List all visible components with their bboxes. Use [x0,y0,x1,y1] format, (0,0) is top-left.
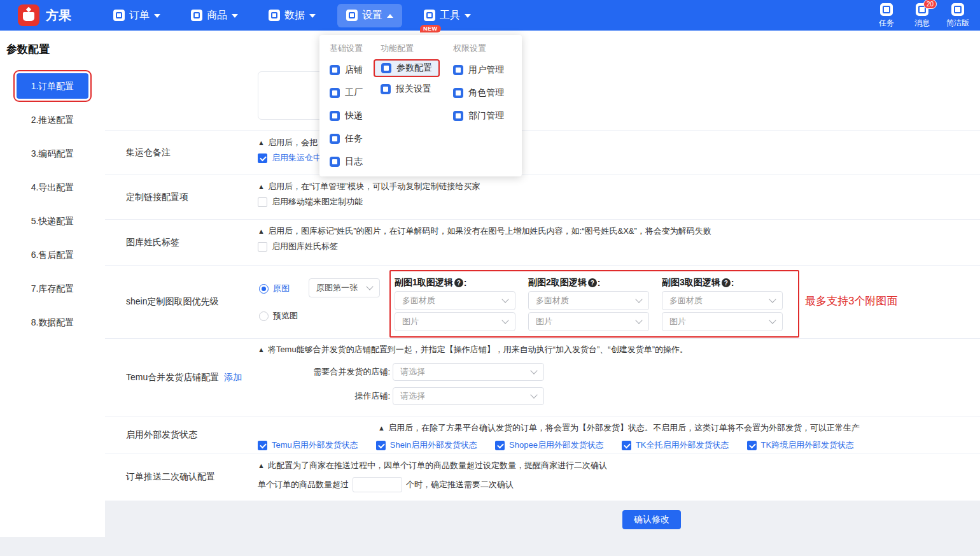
sub-image-1-image-select[interactable]: 图片 [395,312,515,331]
shein-external-checkbox[interactable]: Shein启用外部发货状态 [376,439,477,451]
sub-image-3-image-select[interactable]: 图片 [662,312,783,331]
nav-item-label: 商品 [207,9,227,22]
nav-tasks[interactable]: 任务 [871,2,902,29]
shopee-external-checkbox[interactable]: Shopee启用外部发货状态 [495,439,604,451]
nav-item-products[interactable]: 商品 [182,4,247,27]
checkbox-checked-icon [495,441,505,450]
nav-messages[interactable]: 消息 20 [906,2,938,29]
tools-icon [424,10,435,21]
brand[interactable]: 方果 [18,4,71,26]
warning-text: 此配置为了商家在推送过程中，因单个订单的商品数量超过设定数量，提醒商家进行二次确… [258,460,980,471]
menu-item-factory[interactable]: 工厂 [330,85,363,101]
config-table: 集运仓备注 启用后，会把 启用集运仓中 定制链接配置项 启用后，在“订单管理”模… [105,70,980,501]
checkbox-checked-icon [258,153,267,163]
sub-image-3-material-select[interactable]: 多面材质 [662,291,783,310]
select-placeholder: 图片 [669,316,686,327]
row-content: 此配置为了商家在推送过程中，因单个订单的商品数量超过设定数量，提醒商家进行二次确… [258,453,980,501]
nav-right: 任务 消息 20 简洁版 [871,2,980,29]
menu-item-label: 用户管理 [468,64,504,76]
warning-text: 启用后，在“订单管理”模块，可以手动复制定制链接给买家 [258,181,980,192]
radio-label: 原图 [273,283,290,294]
select-placeholder: 请选择 [400,366,425,378]
sub-image-annotation-box: 副图1取图逻辑 : 多面材质 图片 副图2取图逻辑 : [389,270,799,338]
products-icon [191,10,202,21]
sidebar-item-stock-config[interactable]: 7.库存配置 [17,276,88,301]
checkbox-label: 启用集运仓中 [272,152,321,164]
simple-version-icon [951,3,964,16]
sub-image-1-material-select[interactable]: 多面材质 [395,291,515,310]
table-row [105,70,980,131]
menu-item-customs-settings[interactable]: 报关设置 [381,82,433,97]
radio-selected-icon [259,284,269,294]
nav-item-data[interactable]: 数据 [260,4,325,27]
original-image-select[interactable]: 原图第一张 [309,278,380,297]
nav-menus: 订单 商品 数据 设置 工具 NEW [104,4,480,27]
sidebar-item-export-config[interactable]: 4.导出配置 [17,175,88,200]
quantity-input[interactable] [353,477,402,492]
data-icon [269,10,280,21]
sidebar-item-express-config[interactable]: 5.快递配置 [17,208,88,234]
row-label: Temu合并发货店铺配置 添加 [105,339,258,417]
help-icon[interactable] [454,278,463,287]
sub-title-text: 副图3取图逻辑 [662,277,720,289]
nav-item-label: 工具 [440,9,460,22]
nav-simple-version-label: 简洁版 [946,18,969,29]
sub-image-2-title: 副图2取图逻辑 : [528,274,649,291]
menu-item-role-management[interactable]: 角色管理 [453,85,504,101]
settings-dropdown: 基础设置 店铺 工厂 快递 任务 日志 功能配置 参数配置 报关设置 [319,35,522,176]
warning-text: 启用后，在除了方果平台确认发货的订单，将会置为【外部发货】状态。不启用后，这类订… [258,422,980,434]
menu-item-user-management[interactable]: 用户管理 [453,62,504,78]
sidebar-item-push-config[interactable]: 2.推送配置 [17,107,88,132]
shop-icon [330,65,340,75]
menu-item-shop[interactable]: 店铺 [330,62,363,78]
sidebar-item-code-config[interactable]: 3.编码配置 [17,141,88,166]
menu-item-department-management[interactable]: 部门管理 [453,108,504,124]
temu-external-checkbox[interactable]: Temu启用外部发货状态 [258,439,358,451]
messages-count-badge: 20 [923,0,937,9]
chevron-up-icon [387,14,393,18]
operate-shop-select[interactable]: 请选择 [393,387,544,405]
quantity-threshold-field: 单个订单的商品数量超过 个时，确定推送需要二次确认 [258,477,980,492]
original-image-radio[interactable]: 原图 [259,283,290,294]
preview-image-radio[interactable]: 预览图 [259,310,298,322]
function-settings-column: 功能配置 参数配置 报关设置 [381,43,433,104]
menu-item-task[interactable]: 任务 [330,131,363,146]
menu-item-parameter-config[interactable]: 参数配置 [375,61,438,76]
row-content: 启用后，图库标记“姓氏”的图片，在订单解码时，如果没有在图号上增加姓氏内容，如:… [258,220,980,265]
select-placeholder: 图片 [402,316,419,327]
help-icon[interactable] [722,278,731,287]
merge-shops-select[interactable]: 请选择 [393,363,544,381]
brand-name: 方果 [46,7,71,24]
sidebar-item-data-config[interactable]: 8.数据配置 [17,310,88,335]
checkbox-label: Shopee启用外部发货状态 [509,439,604,451]
checkbox-label: Temu启用外部发货状态 [272,439,358,451]
bottom-gray-strip [0,537,105,556]
confirm-button[interactable]: 确认修改 [622,510,681,529]
nav-item-settings[interactable]: 设置 [337,4,402,27]
nav-item-orders[interactable]: 订单 [104,4,169,27]
row-label: 集运仓备注 [105,131,258,175]
colon: : [464,278,467,288]
nav-simple-version[interactable]: 简洁版 [942,2,974,29]
surname-tag-checkbox[interactable]: 启用图库姓氏标签 [258,241,980,252]
help-icon[interactable] [588,278,597,287]
add-link[interactable]: 添加 [224,372,242,383]
sidebar-item-aftersale-config[interactable]: 6.售后配置 [17,242,88,267]
select-placeholder: 请选择 [400,390,425,402]
sub-image-2-image-select[interactable]: 图片 [528,312,649,331]
factory-icon [330,88,340,98]
select-placeholder: 多面材质 [669,295,703,306]
nav-messages-label: 消息 [914,18,930,29]
mobile-custom-checkbox[interactable]: 启用移动端来图定制功能 [258,196,980,208]
menu-item-log[interactable]: 日志 [330,154,363,169]
tk-cross-external-checkbox[interactable]: TK跨境启用外部发货状态 [747,439,855,451]
external-status-checkboxes: Temu启用外部发货状态 Shein启用外部发货状态 Shopee启用外部发货状… [258,439,980,451]
user-icon [453,65,463,75]
sidebar-item-order-config[interactable]: 1.订单配置 [17,73,88,99]
nav-item-tools[interactable]: 工具 NEW [415,4,480,27]
menu-item-label: 任务 [345,133,363,145]
menu-item-express[interactable]: 快递 [330,108,363,124]
sub-image-2-material-select[interactable]: 多面材质 [528,291,649,310]
tk-full-external-checkbox[interactable]: TK全托启用外部发货状态 [622,439,729,451]
menu-item-label: 参数配置 [396,62,432,74]
